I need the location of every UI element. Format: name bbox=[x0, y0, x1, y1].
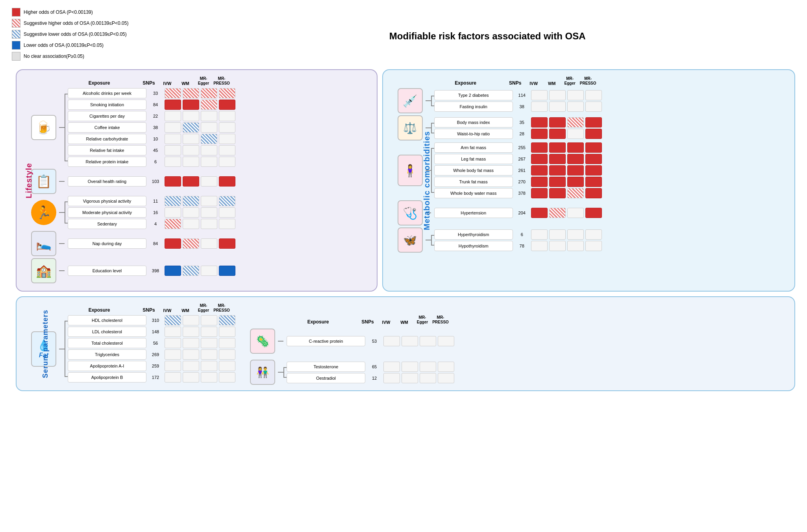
met-header-snps: SNPs bbox=[507, 80, 524, 86]
snps-fat: 45 bbox=[148, 148, 163, 153]
tick-bot-diab bbox=[431, 105, 434, 106]
presso-apoB bbox=[219, 372, 235, 382]
egger-apoB bbox=[201, 372, 217, 382]
nap-icon: 🛌 bbox=[31, 231, 56, 256]
ivw-wbwater bbox=[531, 188, 548, 198]
serr-header-mregger: MR-Egger bbox=[414, 315, 431, 325]
ivw-t2d bbox=[531, 90, 548, 100]
tick-bot-bmi bbox=[431, 133, 434, 133]
snps-nap: 84 bbox=[148, 241, 163, 246]
presso-hypert bbox=[585, 229, 602, 240]
wm-armfat bbox=[549, 142, 566, 153]
ivw-hypot bbox=[531, 241, 548, 251]
ivw-edu bbox=[165, 266, 181, 276]
met-header-wm: WM bbox=[544, 81, 560, 86]
wm-wbwater bbox=[549, 188, 566, 198]
egger-trig bbox=[201, 349, 217, 360]
ivw-trunkfat bbox=[531, 177, 548, 187]
wm-smoking bbox=[183, 100, 199, 110]
thyroid-icon: 🦋 bbox=[398, 227, 423, 253]
wm-alcoholic bbox=[183, 88, 199, 98]
snps-apoB: 172 bbox=[148, 375, 163, 380]
presso-smoking bbox=[219, 100, 235, 110]
ivw-ldl bbox=[165, 327, 181, 337]
label-apoA: Apolipoprotein A-I bbox=[68, 361, 146, 371]
snps-trunkfat: 270 bbox=[515, 179, 529, 184]
row-edu: Education level 398 bbox=[65, 266, 235, 276]
body-icon: 🧍‍♀️ bbox=[398, 155, 423, 186]
presso-insulin bbox=[585, 102, 602, 112]
presso-apoA bbox=[219, 361, 235, 371]
legend-label-hatched-blue: Suggestive lower odds of OSA (0.00139≤P<… bbox=[24, 31, 127, 37]
bmi-icon: ⚖️ bbox=[398, 115, 423, 140]
label-fat: Relative fat intake bbox=[68, 145, 146, 155]
wm-cigarettes bbox=[183, 111, 199, 121]
tick-top-fat bbox=[65, 321, 68, 321]
egger-hypert bbox=[567, 229, 584, 240]
snps-sedentary: 4 bbox=[148, 222, 163, 226]
legend-label-hatched-red: Suggestive higher odds of OSA (0.00139≤P… bbox=[24, 20, 128, 26]
egger-fat bbox=[201, 145, 217, 155]
egger-alcoholic bbox=[201, 88, 217, 98]
snps-wbwater: 378 bbox=[515, 191, 529, 196]
snps-alcoholic: 33 bbox=[148, 91, 163, 96]
label-insulin: Fasting insulin bbox=[434, 102, 513, 112]
presso-health bbox=[219, 176, 235, 187]
diabetes-icon: 💉 bbox=[398, 88, 423, 113]
egger-wbfat bbox=[567, 165, 584, 175]
ivw-coffee bbox=[165, 122, 181, 133]
presso-legfat bbox=[585, 154, 602, 164]
row-totchol: Total cholesterol 56 bbox=[68, 338, 235, 348]
row-testo: Testosterone 65 bbox=[287, 362, 454, 372]
egger-trunkfat bbox=[567, 177, 584, 187]
egger-legfat bbox=[567, 154, 584, 164]
legend-box-solid-blue bbox=[12, 41, 20, 50]
legend-item-hatched-red: Suggestive higher odds of OSA (0.00139≤P… bbox=[12, 19, 128, 28]
wm-t2d bbox=[549, 90, 566, 100]
wm-edu bbox=[183, 266, 199, 276]
row-armfat: Arm fat mass 255 bbox=[434, 142, 602, 153]
wm-crp bbox=[402, 336, 418, 346]
tick-bot-thyroid bbox=[431, 245, 434, 246]
tick-bot-ex bbox=[65, 223, 68, 224]
row-nap: Nap during day 84 bbox=[65, 238, 235, 249]
egger-hyper bbox=[567, 208, 584, 218]
label-hypot: Hypothyroidism bbox=[434, 241, 513, 251]
presso-oestr bbox=[438, 373, 454, 383]
tick-top-drinks bbox=[65, 94, 68, 94]
wm-coffee bbox=[183, 122, 199, 133]
main-title: Modifiable risk factors associated with … bbox=[389, 31, 586, 42]
ivw-whr bbox=[531, 129, 548, 139]
connect-health bbox=[59, 181, 65, 182]
serr-header-exposure: Exposure bbox=[279, 319, 357, 325]
label-cigarettes: Cigarettes per day bbox=[68, 111, 146, 121]
row-health: Overall health rating 103 bbox=[65, 176, 235, 187]
connect-crp bbox=[278, 341, 283, 342]
ivw-totchol bbox=[165, 338, 181, 348]
lifestyle-header-wm: WM bbox=[177, 81, 194, 86]
egger-insulin bbox=[567, 102, 584, 112]
connect-fat bbox=[59, 349, 65, 349]
snps-smoking: 84 bbox=[148, 102, 163, 107]
snps-armfat: 255 bbox=[515, 145, 529, 150]
snps-protein: 6 bbox=[148, 159, 163, 164]
egger-testo bbox=[420, 362, 436, 372]
hypertension-icon: 🩺 bbox=[398, 200, 423, 225]
row-whr: Waist-to-hip ratio 28 bbox=[434, 129, 602, 139]
egger-apoA bbox=[201, 361, 217, 371]
snps-hdl: 310 bbox=[148, 318, 163, 323]
row-oestr: Oestradiol 12 bbox=[287, 373, 454, 383]
presso-hypot bbox=[585, 241, 602, 251]
ivw-bmi bbox=[531, 117, 548, 127]
ivw-testo bbox=[383, 362, 400, 372]
row-moderate: Moderate physical activity 16 bbox=[68, 207, 235, 218]
ivw-armfat bbox=[531, 142, 548, 153]
tick-bot-drinks bbox=[65, 161, 68, 161]
snps-trig: 269 bbox=[148, 352, 163, 357]
label-trunkfat: Trunk fat mass bbox=[434, 177, 513, 187]
presso-crp bbox=[438, 336, 454, 346]
row-wbwater: Whole body water mass 378 bbox=[434, 188, 602, 198]
wm-apoB bbox=[183, 372, 199, 382]
presso-carb bbox=[219, 134, 235, 144]
presso-vigorous bbox=[219, 196, 235, 206]
